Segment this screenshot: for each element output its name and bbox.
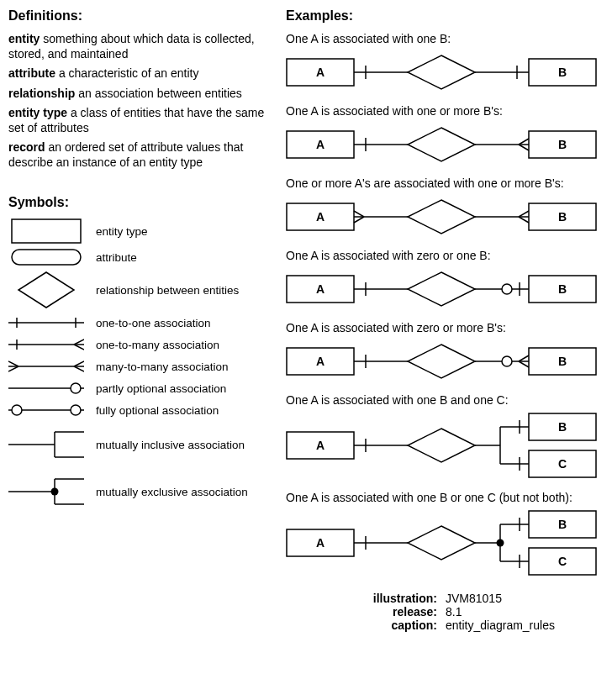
symbol-partly-optional: partly optional association [8,380,269,397]
example-exclusive-bc: One A is associated with one B or one C … [286,491,597,576]
mutually-exclusive-icon [8,471,84,513]
svg-point-19 [71,405,81,415]
footer-caption-label: caption: [8,618,446,632]
svg-line-45 [354,217,364,223]
footer-illustration-value: JVM81015 [446,592,502,605]
diagram-inclusive-bc: A B C [286,412,597,479]
mutually-inclusive-icon [8,424,84,466]
svg-line-9 [74,345,84,350]
svg-line-44 [354,211,364,217]
def-term: record [8,140,45,154]
symbol-one-to-one: one-to-one association [8,314,269,331]
relationship-diamond [408,200,475,234]
svg-point-18 [12,405,22,415]
fully-optional-icon [8,402,84,418]
entity-a-label: A [316,439,324,452]
entity-b-label: B [558,210,567,224]
example-caption: One A is associated with one B or one C … [286,491,597,504]
entity-a-label: A [316,138,324,151]
example-zero-or-more: One A is associated with zero or more B'… [286,321,597,382]
symbol-label: partly optional association [96,382,226,395]
one-to-many-icon [8,336,84,353]
entity-a-label: A [316,282,324,296]
symbol-label: fully optional association [96,404,219,417]
symbol-label: entity type [96,225,148,238]
example-one-to-many: One A is associated with one or more B's… [286,104,597,165]
def-attribute: attribute a characteristic of an entity [8,66,269,82]
symbols-heading: Symbols: [8,195,269,210]
diagram-many-to-many: A B [286,195,597,237]
symbol-attribute: attribute [8,249,269,266]
entity-b-label: B [558,518,567,531]
symbol-label: one-to-many association [96,339,219,351]
svg-line-14 [74,366,84,371]
symbol-label: one-to-one association [96,317,211,329]
entity-b-label: B [558,282,567,296]
example-caption: One A is associated with zero or more B'… [286,321,597,334]
relationship-diamond [408,272,475,306]
example-inclusive-bc: One A is associated with one B and one C… [286,393,597,479]
svg-point-85 [497,539,504,547]
relationship-diamond [408,128,475,161]
entity-a-label: A [316,210,324,224]
footer: illustration: JVM81015 release: 8.1 capt… [8,592,597,632]
symbol-label: many-to-many association [96,361,229,373]
example-zero-or-one: One A is associated with zero or one B: … [286,249,597,309]
def-term: relationship [8,87,75,100]
attribute-pill-icon [11,249,82,266]
diamond-icon [17,271,76,309]
svg-line-39 [519,139,529,145]
svg-marker-2 [18,272,74,308]
examples-heading: Examples: [286,8,597,24]
example-caption: One A is associated with one or more B's… [286,104,597,118]
svg-rect-0 [12,219,81,243]
example-caption: One A is associated with zero or one B: [286,249,597,262]
svg-point-16 [71,383,81,393]
entity-c-label: C [558,457,567,471]
symbol-many-to-many: many-to-many association [8,358,269,375]
def-term: attribute [8,66,55,80]
entity-a-label: A [316,536,324,550]
def-text: something about which data is collected,… [8,32,255,61]
example-one-to-one: One A is associated with one B: A B [286,32,597,92]
svg-line-13 [74,361,84,366]
svg-line-47 [519,211,529,217]
svg-line-8 [74,339,84,345]
entity-b-label: B [558,420,567,434]
svg-point-28 [51,488,59,496]
svg-line-62 [519,355,529,361]
many-to-many-icon [8,358,84,375]
def-relationship: relationship an association between enti… [8,87,269,102]
entity-a-label: A [316,355,324,368]
definitions-heading: Definitions: [8,8,269,24]
entity-b-label: B [558,138,567,151]
svg-line-63 [519,361,529,367]
example-many-to-many: One or more A's are associated with one … [286,176,597,237]
diagram-one-to-one: A B [286,50,597,92]
footer-release-label: release: [8,605,446,618]
svg-point-54 [502,284,512,294]
def-text: an association between entities [78,87,242,100]
svg-line-40 [519,145,529,150]
entity-b-label: B [558,66,567,79]
symbol-mutually-inclusive: mutually inclusive association [8,424,269,466]
relationship-diamond [408,429,475,462]
symbol-relationship: relationship between entities [8,271,269,309]
svg-point-61 [502,356,512,366]
footer-release-value: 8.1 [446,605,462,618]
one-to-one-icon [8,314,84,331]
svg-line-12 [8,366,18,371]
symbol-fully-optional: fully optional association [8,402,269,418]
example-caption: One A is associated with one B: [286,32,597,45]
svg-rect-1 [12,250,81,265]
entity-c-label: C [558,555,567,568]
relationship-diamond [408,345,475,378]
footer-caption-value: entity_diagram_rules [446,618,555,632]
def-entity: entity something about which data is col… [8,32,269,61]
symbol-entity-type: entity type [8,218,269,244]
relationship-diamond [408,526,475,560]
svg-line-48 [519,217,529,223]
entity-b-label: B [558,355,567,368]
symbol-label: mutually inclusive association [96,439,245,451]
def-term: entity type [8,106,67,119]
